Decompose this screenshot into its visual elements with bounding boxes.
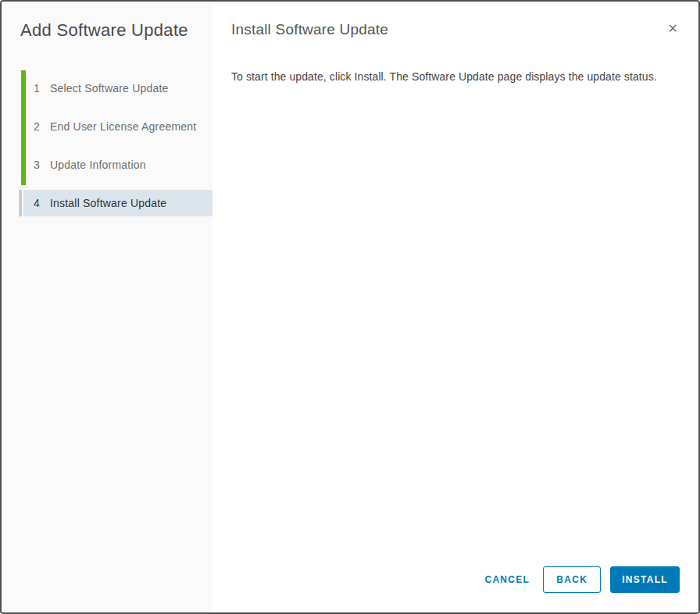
panel-instruction-text: To start the update, click Install. The … — [231, 70, 680, 83]
wizard-step-update-information[interactable]: 3 Update Information — [2, 152, 212, 178]
step-label: Update Information — [50, 159, 146, 171]
panel-title: Install Software Update — [231, 21, 388, 38]
step-number: 3 — [33, 159, 41, 171]
add-software-update-dialog: Add Software Update 1 Select Software Up… — [0, 0, 700, 614]
wizard-step-select-software-update[interactable]: 1 Select Software Update — [2, 75, 212, 102]
step-number: 4 — [33, 197, 41, 209]
step-number: 2 — [33, 120, 41, 133]
wizard-step-install-software-update[interactable]: 4 Install Software Update — [2, 190, 212, 216]
step-label: Install Software Update — [50, 197, 166, 209]
step-label: Select Software Update — [50, 82, 168, 95]
wizard-sidebar: Add Software Update 1 Select Software Up… — [2, 2, 212, 612]
install-button[interactable]: INSTALL — [610, 566, 680, 593]
wizard-steps: 1 Select Software Update 2 End User Lice… — [2, 70, 212, 228]
wizard-step-end-user-license-agreement[interactable]: 2 End User License Agreement — [2, 113, 212, 140]
close-icon[interactable]: ✕ — [663, 21, 683, 37]
panel-header: Install Software Update ✕ — [231, 21, 683, 38]
dialog-footer: CANCEL BACK INSTALL — [484, 566, 680, 593]
cancel-button[interactable]: CANCEL — [484, 566, 530, 593]
wizard-content-panel: Install Software Update ✕ To start the u… — [212, 2, 698, 612]
step-label: End User License Agreement — [50, 120, 196, 133]
step-number: 1 — [33, 82, 41, 95]
wizard-title: Add Software Update — [20, 20, 188, 41]
back-button[interactable]: BACK — [543, 566, 601, 593]
